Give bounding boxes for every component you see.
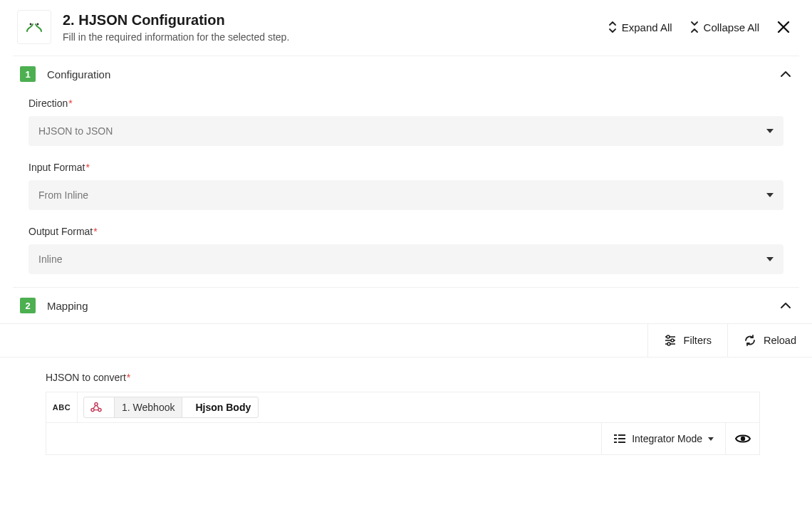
filters-label: Filters — [684, 335, 712, 346]
token-area[interactable]: 1. Webhook Hjson Body — [78, 392, 759, 422]
mapping-input[interactable]: ABC 1. Web — [46, 392, 760, 422]
token-name: Hjson Body — [188, 397, 258, 417]
hjson-icon — [24, 20, 44, 34]
required-mark: * — [85, 162, 89, 173]
step-badge-2: 2 — [20, 298, 36, 313]
token-step: 1. Webhook — [114, 397, 182, 417]
filters-button[interactable]: Filters — [647, 324, 727, 357]
svg-rect-16 — [618, 442, 625, 443]
webhook-token[interactable]: 1. Webhook Hjson Body — [83, 397, 259, 418]
page-subtitle: Fill in the required information for the… — [63, 31, 596, 43]
integrator-mode-button[interactable]: Integrator Mode — [601, 423, 725, 454]
required-mark: * — [93, 226, 97, 237]
svg-rect-13 — [614, 438, 617, 439]
section-mapping: 2 Mapping Filters — [13, 287, 799, 455]
collapse-all-button[interactable]: Collapse All — [689, 21, 759, 33]
direction-value: HJSON to JSON — [38, 125, 113, 137]
svg-point-3 — [667, 335, 670, 338]
section-configuration: 1 Configuration Direction* HJSON to JSON… — [13, 56, 799, 287]
input-format-value: From Inline — [38, 189, 88, 201]
section-mapping-title: Mapping — [47, 300, 768, 312]
expand-icon — [608, 21, 618, 33]
hjson-convert-label: HJSON to convert* — [46, 372, 781, 383]
svg-rect-12 — [618, 434, 625, 436]
eye-icon — [735, 433, 751, 444]
output-format-select[interactable]: Inline — [28, 244, 784, 274]
required-mark: * — [127, 372, 130, 383]
filters-icon — [664, 334, 677, 347]
collapse-all-label: Collapse All — [704, 21, 759, 33]
input-format-label: Input Format* — [28, 162, 784, 173]
direction-select[interactable]: HJSON to JSON — [28, 116, 784, 146]
step-badge-1: 1 — [20, 66, 36, 82]
close-icon — [776, 20, 791, 34]
output-format-label: Output Format* — [28, 226, 784, 237]
section-configuration-header[interactable]: 1 Configuration — [13, 56, 799, 92]
output-format-value: Inline — [38, 254, 62, 265]
svg-rect-14 — [618, 438, 625, 439]
svg-point-0 — [30, 24, 32, 26]
mapping-toolbar: Filters Reload — [0, 323, 812, 357]
chevron-up-icon — [779, 68, 792, 80]
mapping-footer: Integrator Mode — [46, 422, 760, 455]
close-button[interactable] — [776, 20, 791, 34]
app-icon — [17, 10, 51, 44]
caret-down-icon — [766, 129, 774, 133]
chevron-up-icon — [779, 299, 792, 312]
required-mark: * — [68, 98, 72, 109]
preview-button[interactable] — [725, 423, 759, 454]
section-configuration-title: Configuration — [47, 68, 768, 80]
expand-all-button[interactable]: Expand All — [608, 21, 672, 33]
caret-down-icon — [766, 193, 774, 197]
svg-point-1 — [37, 24, 39, 26]
svg-rect-11 — [614, 434, 617, 436]
reload-button[interactable]: Reload — [727, 324, 812, 357]
mode-icon — [613, 434, 626, 444]
expand-all-label: Expand All — [622, 21, 672, 33]
caret-down-icon — [766, 257, 774, 261]
webhook-icon — [84, 398, 108, 417]
section-mapping-header[interactable]: 2 Mapping — [13, 288, 799, 323]
abc-chip[interactable]: ABC — [46, 392, 78, 422]
page-header: 2. HJSON Configuration Fill in the requi… — [13, 7, 799, 56]
caret-down-icon — [708, 437, 714, 441]
collapse-icon — [689, 21, 699, 33]
mode-label: Integrator Mode — [632, 433, 702, 444]
svg-point-7 — [667, 343, 670, 345]
page-title: 2. HJSON Configuration — [63, 12, 596, 28]
svg-rect-15 — [614, 442, 617, 443]
input-format-select[interactable]: From Inline — [28, 180, 784, 210]
direction-label: Direction* — [28, 98, 784, 109]
reload-icon — [744, 334, 756, 347]
svg-point-5 — [671, 339, 674, 342]
reload-label: Reload — [764, 335, 796, 346]
svg-point-17 — [740, 437, 744, 441]
